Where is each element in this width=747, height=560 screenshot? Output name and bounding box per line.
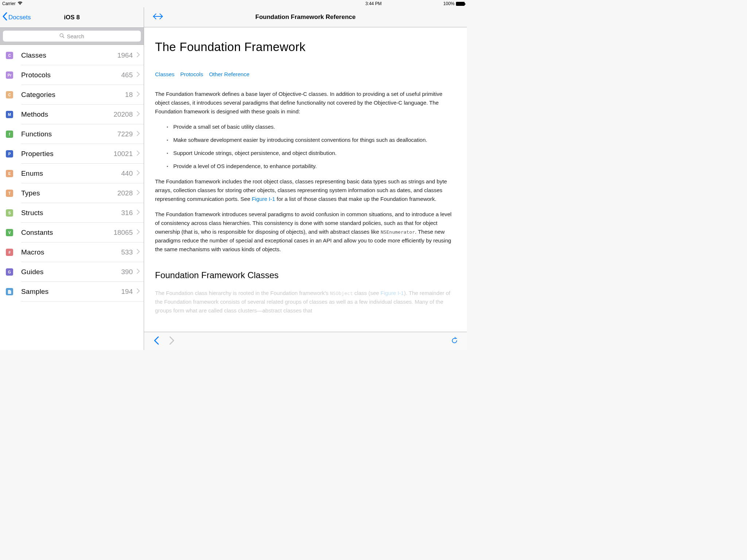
- category-label: Functions: [21, 130, 117, 138]
- chevron-right-icon: [136, 150, 140, 158]
- history-back-button[interactable]: [153, 336, 160, 347]
- chevron-right-icon: [136, 52, 140, 59]
- category-row-protocols[interactable]: PrProtocols465: [0, 65, 144, 85]
- doc-link[interactable]: Classes: [155, 71, 174, 77]
- figure-link[interactable]: Figure I-1: [252, 196, 275, 202]
- wifi-icon: [18, 1, 23, 6]
- doc-paragraph: The Foundation class hierarchy is rooted…: [155, 289, 456, 315]
- category-icon: G: [6, 268, 13, 276]
- doc-heading: The Foundation Framework: [155, 38, 456, 57]
- chevron-left-icon: [3, 12, 7, 22]
- doc-bullet: Make software development easier by intr…: [168, 136, 456, 144]
- doc-paragraph: The Foundation framework defines a base …: [155, 90, 456, 116]
- category-icon: 📄: [6, 288, 13, 295]
- doc-bullet: Support Unicode strings, object persiste…: [168, 149, 456, 158]
- document-content[interactable]: The Foundation Framework ClassesProtocol…: [144, 27, 467, 350]
- category-count: 18065: [113, 229, 133, 237]
- main-nav-bar: Foundation Framework Reference: [144, 7, 467, 27]
- chevron-right-icon: [136, 71, 140, 79]
- category-row-enums[interactable]: EEnums440: [0, 164, 144, 183]
- chevron-right-icon: [136, 190, 140, 197]
- figure-link[interactable]: Figure I-1: [380, 290, 404, 296]
- category-label: Types: [21, 189, 117, 197]
- category-icon: M: [6, 111, 13, 118]
- category-count: 7229: [117, 130, 133, 138]
- category-label: Constants: [21, 229, 113, 237]
- search-placeholder: Search: [67, 33, 84, 39]
- category-icon: E: [6, 170, 13, 177]
- category-label: Categories: [21, 91, 125, 99]
- code-literal: NSObject: [330, 291, 353, 296]
- category-label: Structs: [21, 209, 121, 217]
- doc-bullet: Provide a level of OS independence, to e…: [168, 162, 456, 171]
- category-row-structs[interactable]: SStructs316: [0, 203, 144, 223]
- category-count: 316: [121, 209, 133, 217]
- category-count: 1964: [117, 51, 133, 59]
- reload-button[interactable]: [451, 336, 458, 347]
- category-icon: f: [6, 131, 13, 138]
- category-count: 465: [121, 71, 133, 79]
- chevron-right-icon: [136, 91, 140, 98]
- category-row-methods[interactable]: MMethods20208: [0, 105, 144, 124]
- search-icon: [59, 33, 65, 39]
- category-label: Guides: [21, 268, 121, 276]
- svg-line-1: [63, 36, 64, 38]
- category-icon: S: [6, 209, 13, 217]
- status-bar: Carrier 3:44 PM 100%: [0, 0, 467, 7]
- search-bar: Search: [0, 27, 144, 45]
- doc-link[interactable]: Other Reference: [209, 71, 249, 77]
- category-list[interactable]: CClasses1964PrProtocols465CCategories18M…: [0, 45, 144, 350]
- category-label: Macros: [21, 248, 121, 256]
- category-count: 20208: [113, 110, 133, 118]
- category-icon: C: [6, 91, 13, 98]
- back-label: Docsets: [8, 14, 31, 21]
- doc-link[interactable]: Protocols: [180, 71, 203, 77]
- bottom-toolbar: [144, 332, 467, 350]
- doc-subheading: Foundation Framework Classes: [155, 268, 456, 282]
- category-count: 194: [121, 288, 133, 296]
- page-title: Foundation Framework Reference: [255, 13, 356, 21]
- category-count: 2028: [117, 189, 133, 197]
- code-literal: NSEnumerator: [381, 229, 415, 235]
- category-row-categories[interactable]: CCategories18: [0, 85, 144, 105]
- main-pane: Foundation Framework Reference The Found…: [144, 7, 467, 350]
- chevron-right-icon: [136, 249, 140, 256]
- battery-icon: [456, 2, 465, 6]
- expand-sidebar-button[interactable]: [152, 12, 164, 22]
- chevron-right-icon: [136, 111, 140, 118]
- category-row-guides[interactable]: GGuides390: [0, 262, 144, 282]
- category-label: Classes: [21, 51, 117, 59]
- clock-label: 3:44 PM: [365, 1, 382, 6]
- category-count: 440: [121, 170, 133, 178]
- category-label: Protocols: [21, 71, 121, 79]
- chevron-right-icon: [136, 288, 140, 295]
- category-icon: Pr: [6, 71, 13, 79]
- doc-paragraph: The Foundation framework includes the ro…: [155, 177, 456, 203]
- category-count: 390: [121, 268, 133, 276]
- category-label: Methods: [21, 110, 113, 118]
- category-icon: V: [6, 229, 13, 236]
- category-row-samples[interactable]: 📄Samples194: [0, 282, 144, 302]
- doc-links-row: ClassesProtocolsOther Reference: [155, 70, 456, 79]
- category-icon: #: [6, 249, 13, 256]
- category-count: 10021: [113, 150, 133, 158]
- category-row-types[interactable]: TTypes2028: [0, 183, 144, 203]
- chevron-right-icon: [136, 209, 140, 217]
- category-row-constants[interactable]: VConstants18065: [0, 223, 144, 242]
- sidebar-nav-bar: Docsets iOS 8: [0, 7, 144, 27]
- history-forward-button[interactable]: [168, 336, 175, 347]
- category-count: 533: [121, 248, 133, 256]
- back-button[interactable]: Docsets: [3, 12, 31, 22]
- chevron-right-icon: [136, 229, 140, 236]
- doc-bullet: Provide a small set of basic utility cla…: [168, 122, 456, 131]
- category-row-properties[interactable]: PProperties10021: [0, 144, 144, 164]
- category-row-functions[interactable]: fFunctions7229: [0, 124, 144, 144]
- category-label: Samples: [21, 288, 121, 296]
- category-row-macros[interactable]: #Macros533: [0, 242, 144, 262]
- carrier-label: Carrier: [2, 1, 16, 6]
- category-icon: T: [6, 190, 13, 197]
- search-input[interactable]: Search: [3, 31, 141, 42]
- category-row-classes[interactable]: CClasses1964: [0, 46, 144, 65]
- doc-bullet-list: Provide a small set of basic utility cla…: [155, 122, 456, 171]
- battery-percent-label: 100%: [443, 1, 454, 6]
